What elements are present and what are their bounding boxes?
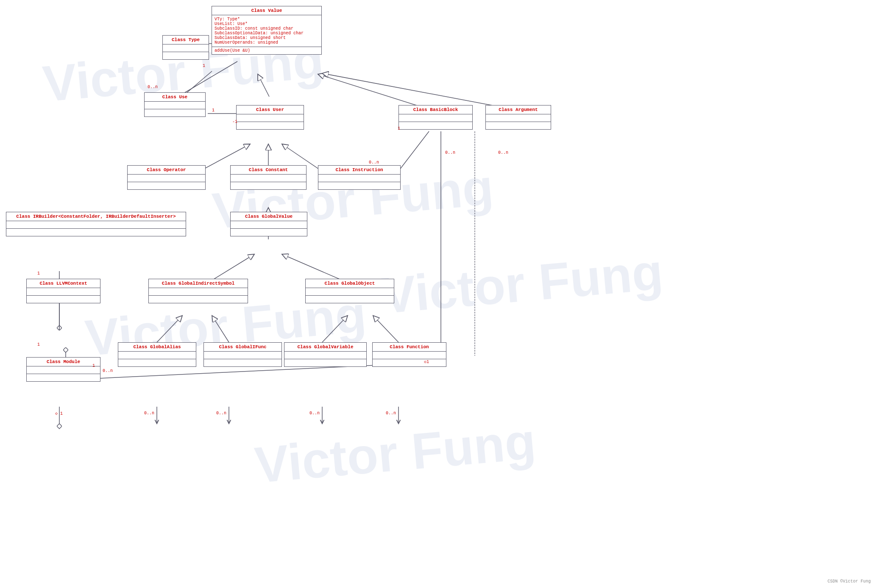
class-module-sec1 xyxy=(27,366,100,374)
class-globalvariable-title: Class GlobalVariable xyxy=(284,343,366,352)
mult-module-1: 1 xyxy=(92,363,95,368)
class-function-sec1 xyxy=(373,352,446,359)
mult-bot-0n-1: 0..n xyxy=(144,411,154,416)
class-globalifunc-box: Class GlobalIFunc xyxy=(203,342,282,367)
mult-arg-0n: 0..n xyxy=(498,150,508,155)
mult-instr-basic-0n: 0..n xyxy=(369,160,379,165)
class-globalvalue-sec1 xyxy=(231,221,307,229)
class-constant-title: Class Constant xyxy=(231,166,306,175)
class-globalvalue-box: Class GlobalValue xyxy=(230,212,307,236)
class-globalobject-box: Class GlobalObject xyxy=(305,279,394,303)
class-irbuilder-box: Class IRBuilder<ConstantFolder, IRBuilde… xyxy=(6,212,186,236)
class-user-box: Class User xyxy=(236,105,304,130)
class-type-box: Class Type xyxy=(162,35,209,60)
class-constant-sec2 xyxy=(231,182,306,189)
mult-bot-0n-4: 0..n xyxy=(386,411,396,416)
class-value-box: Class Value VTy: Type* UseList: Use* Sub… xyxy=(212,6,322,55)
mult-value-use-1: 1 xyxy=(203,64,205,68)
svg-line-8 xyxy=(322,73,513,109)
class-instruction-sec2 xyxy=(318,182,400,189)
svg-line-7 xyxy=(318,74,429,109)
class-globalalias-box: Class GlobalAlias xyxy=(118,342,196,367)
class-globalalias-sec2 xyxy=(118,359,196,366)
svg-line-18 xyxy=(322,316,348,342)
class-user-sec1 xyxy=(237,114,304,122)
class-type-sec2 xyxy=(163,52,209,59)
svg-line-19 xyxy=(373,316,398,342)
class-globalobject-title: Class GlobalObject xyxy=(306,279,394,288)
class-operator-sec2 xyxy=(128,182,205,189)
class-llvmcontext-sec1 xyxy=(27,288,100,296)
mult-bot-1: ◇ 1 xyxy=(55,411,63,416)
class-llvmcontext-title: Class LLVMContext xyxy=(27,279,100,288)
mult-use-user-1: 1 xyxy=(212,108,215,113)
class-module-box: Class Module xyxy=(26,357,100,382)
class-module-title: Class Module xyxy=(27,358,100,366)
csdn-badge: CSDN ©Victor Fung xyxy=(828,579,871,584)
class-basicblock-sec1 xyxy=(399,114,472,122)
class-type-title: Class Type xyxy=(163,36,209,44)
mult-user-neg1: -1 xyxy=(232,119,237,124)
class-basicblock-sec2 xyxy=(399,122,472,129)
class-instruction-box: Class Instruction xyxy=(318,165,401,190)
class-basicblock-title: Class BasicBlock xyxy=(399,105,472,114)
class-user-title: Class User xyxy=(237,105,304,114)
class-globalifunc-title: Class GlobalIFunc xyxy=(204,343,281,352)
class-globalalias-title: Class GlobalAlias xyxy=(118,343,196,352)
class-globalvariable-box: Class GlobalVariable xyxy=(284,342,367,367)
class-globalobject-sec2 xyxy=(306,296,394,303)
arrows-svg xyxy=(0,0,875,588)
class-value-attrs: VTy: Type* UseList: Use* SubclassID: con… xyxy=(212,15,321,47)
attr-subclassoptional: SubclassOptionalData: unsigned char xyxy=(215,31,319,36)
class-globalvariable-sec2 xyxy=(284,359,366,366)
class-function-box: Class Function xyxy=(372,342,446,367)
class-constant-box: Class Constant xyxy=(230,165,307,190)
class-value-methods: addUse(Use &U) xyxy=(212,47,321,54)
class-function-title: Class Function xyxy=(373,343,446,352)
class-basicblock-box: Class BasicBlock xyxy=(398,105,473,130)
class-globalalias-sec1 xyxy=(118,352,196,359)
class-operator-title: Class Operator xyxy=(128,166,205,175)
class-llvmcontext-box: Class LLVMContext xyxy=(26,279,100,303)
attr-vty: VTy: Type* xyxy=(215,17,319,22)
svg-line-16 xyxy=(157,316,182,342)
attr-uselist: UseList: Use* xyxy=(215,22,319,26)
class-globalifunc-sec1 xyxy=(204,352,281,359)
class-argument-title: Class Argument xyxy=(486,105,551,114)
diagram-container: Victor Fung Victor Fung Victor Fung Vict… xyxy=(0,0,875,588)
attr-subclassdata: SubclassData: unsigned short xyxy=(215,36,319,40)
class-instruction-sec1 xyxy=(318,175,400,182)
mult-bot-0n-3: 0..n xyxy=(309,411,320,416)
class-use-sec2 xyxy=(145,109,205,116)
class-instruction-title: Class Instruction xyxy=(318,166,400,175)
watermark-5: Victor Fung xyxy=(252,411,538,494)
svg-line-6 xyxy=(258,74,269,97)
class-globalvariable-sec1 xyxy=(284,352,366,359)
class-irbuilder-title: Class IRBuilder<ConstantFolder, IRBuilde… xyxy=(6,212,186,221)
svg-line-17 xyxy=(212,316,229,342)
class-type-sec1 xyxy=(163,44,209,52)
class-globalvalue-sec2 xyxy=(231,229,307,236)
mult-func-neg1: ◇1 xyxy=(424,359,429,364)
class-user-sec2 xyxy=(237,122,304,129)
class-globalindirect-sec1 xyxy=(149,288,248,296)
mult-bot-0n-2: 0..n xyxy=(216,411,226,416)
class-globalvalue-title: Class GlobalValue xyxy=(231,212,307,221)
class-use-sec1 xyxy=(145,102,205,109)
class-argument-box: Class Argument xyxy=(485,105,551,130)
mult-basic-0n: 0..n xyxy=(445,150,455,155)
class-argument-sec1 xyxy=(486,114,551,122)
class-operator-sec1 xyxy=(128,175,205,182)
class-globalindirect-title: Class GlobalIndirectSymbol xyxy=(149,279,248,288)
watermark-4: Victor Fung xyxy=(379,242,665,325)
mult-llvm-1-down: 1 xyxy=(37,342,40,347)
class-irbuilder-sec2 xyxy=(6,229,186,236)
class-globalifunc-sec2 xyxy=(204,359,281,366)
class-use-title: Class Use xyxy=(145,93,205,102)
class-llvmcontext-sec2 xyxy=(27,296,100,303)
class-globalindirect-box: Class GlobalIndirectSymbol xyxy=(148,279,248,303)
attr-subclassid: SubclassID: const unsigned char xyxy=(215,26,319,31)
attr-numuseroperands: NumUserOperands: unsigned xyxy=(215,40,319,45)
class-constant-sec1 xyxy=(231,175,306,182)
class-function-sec2 xyxy=(373,359,446,366)
